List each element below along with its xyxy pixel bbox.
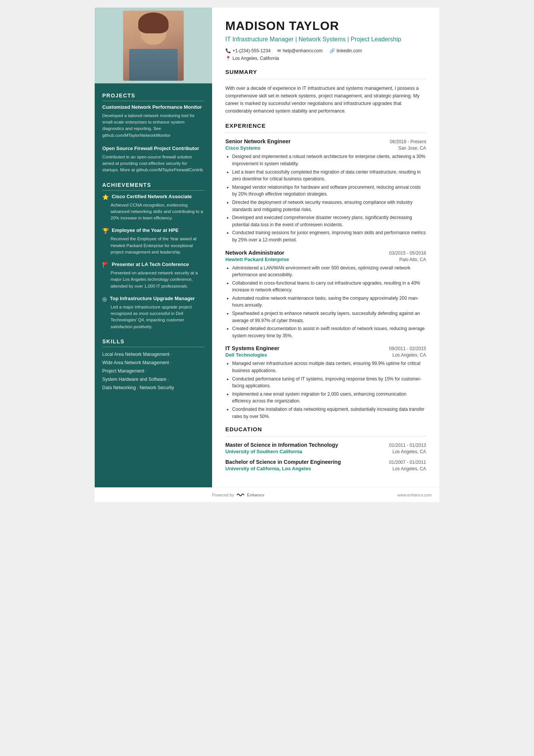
job-2-bullet-4: Spearheaded a project to enhance network… — [232, 310, 426, 324]
achievement-header-1: ⭐ Cisco Certified Network Associate — [102, 194, 205, 200]
job-1-role: Senior Network Engineer — [225, 138, 290, 144]
email-address: help@enhancv.com — [283, 48, 322, 53]
flag-icon: 🚩 — [102, 262, 109, 268]
contact-row: 📞 +1-(234)-555-1234 ✉ help@enhancv.com 🔗… — [225, 48, 426, 53]
photo-section — [95, 8, 212, 83]
edu-2-location: Los Angeles, CA — [392, 466, 426, 471]
achievement-item-3: 🚩 Presenter at LA Tech Conference Presen… — [102, 261, 205, 290]
resume-wrapper: PROJECTS Customized Network Performance … — [95, 8, 439, 502]
achievements-title: ACHIEVEMENTS — [102, 182, 205, 191]
footer-url: www.enhancv.com — [397, 493, 432, 497]
edu-1-degree: Master of Science in Information Technol… — [225, 442, 338, 448]
achievement-desc-3: Presented on advanced network security a… — [111, 270, 205, 290]
edu-2-dates: 01/2007 - 01/2011 — [389, 460, 426, 465]
phone-contact: 📞 +1-(234)-555-1234 — [225, 48, 270, 53]
skill-2: Wide Area Network Management · — [102, 358, 205, 367]
job-1-bullets: Designed and implemented a robust networ… — [225, 153, 426, 243]
powered-by-text: Powered by — [212, 493, 234, 497]
job-1-bullet-6: Conducted training sessions for junior e… — [232, 229, 426, 243]
edu-1-dates: 01/2011 - 01/2013 — [389, 443, 426, 448]
skill-4: System Hardware and Software · — [102, 375, 205, 383]
job-3-location: Los Angeles, CA — [392, 352, 426, 358]
edu-1-school-row: University of Southern California Los An… — [225, 449, 426, 454]
projects-title: PROJECTS — [102, 92, 205, 101]
education-section-title: EDUCATION — [225, 426, 426, 432]
main-content: MADISON TAYLOR IT Infrastructure Manager… — [212, 8, 439, 487]
resume-content: PROJECTS Customized Network Performance … — [95, 8, 439, 487]
location-row: 📍 Los Angeles, California — [225, 56, 426, 61]
link-icon: 🔗 — [329, 48, 335, 53]
achievements-section: ACHIEVEMENTS ⭐ Cisco Certified Network A… — [102, 182, 205, 330]
job-1-bullet-5: Developed and executed comprehensive dis… — [232, 214, 426, 228]
project-title-1: Customized Network Performance Monitor — [102, 104, 205, 111]
edu-2-school: University of California, Los Angeles — [225, 466, 311, 471]
job-2-header: Network Administrator 03/2015 - 05/2018 — [225, 250, 426, 256]
phone-icon: 📞 — [225, 48, 231, 53]
phone-number: +1-(234)-555-1234 — [233, 48, 270, 53]
achievement-title-4: Top Infrastructure Upgrade Manager — [110, 296, 195, 302]
job-2-company: Hewlett Packard Enterprise — [225, 257, 289, 262]
achievement-item-2: 🏆 Employee of the Year at HPE Received t… — [102, 227, 205, 255]
projects-section: PROJECTS Customized Network Performance … — [102, 92, 205, 174]
job-1-location: San Jose, CA — [398, 146, 426, 151]
email-icon: ✉ — [277, 48, 281, 53]
job-2-bullets: Administered a LAN/WAN environment with … — [225, 265, 426, 340]
job-1-bullet-4: Directed the deployment of network secur… — [232, 199, 426, 213]
experience-section-title: EXPERIENCE — [225, 122, 426, 129]
summary-divider — [225, 79, 426, 79]
project-desc-2: Contributed to an open-source firewall s… — [102, 154, 205, 174]
project-item-2: Open Source Firewall Project Contributor… — [102, 146, 205, 174]
achievement-title-3: Presenter at LA Tech Conference — [112, 261, 189, 268]
brand-name: Enhancv — [247, 493, 264, 497]
experience-divider — [225, 133, 426, 133]
job-3-dates: 09/2011 - 02/2015 — [389, 346, 426, 351]
candidate-name: MADISON TAYLOR — [225, 19, 426, 33]
project-item-1: Customized Network Performance Monitor D… — [102, 104, 205, 139]
skills-title: SKILLS — [102, 338, 205, 347]
skill-5: Data Networking · Network Security — [102, 383, 205, 392]
job-1-company-row: Cisco Systems San Jose, CA — [225, 145, 426, 151]
project-title-2: Open Source Firewall Project Contributor — [102, 146, 205, 152]
website-contact: 🔗 linkedin.com — [329, 48, 362, 53]
job-2-bullet-2: Collaborated in cross-functional teams t… — [232, 280, 426, 294]
website-url: linkedin.com — [337, 48, 362, 53]
edu-2-degree: Bachelor of Science in Computer Engineer… — [225, 459, 341, 465]
job-2-bullet-1: Administered a LAN/WAN environment with … — [232, 265, 426, 279]
summary-text: With over a decade of experience in IT i… — [225, 85, 426, 115]
edu-1-school: University of Southern California — [225, 449, 302, 454]
achievement-header-4: ◎ Top Infrastructure Upgrade Manager — [102, 296, 205, 302]
achievement-header-2: 🏆 Employee of the Year at HPE — [102, 227, 205, 234]
achievement-title-1: Cisco Certified Network Associate — [112, 194, 192, 200]
education-divider — [225, 436, 426, 437]
sidebar: PROJECTS Customized Network Performance … — [95, 8, 212, 487]
avatar — [123, 11, 184, 81]
job-1-company: Cisco Systems — [225, 145, 261, 151]
achievement-desc-1: Achieved CCNA recognition, evidencing ad… — [111, 202, 205, 222]
job-3-bullet-3: Implemented a new email system migration… — [232, 391, 426, 405]
edu-1-header: Master of Science in Information Technol… — [225, 442, 426, 448]
job-3-company: Dell Technologies — [225, 352, 267, 358]
job-3-bullet-4: Coordinated the installation of data net… — [232, 406, 426, 420]
achievement-item-4: ◎ Top Infrastructure Upgrade Manager Led… — [102, 296, 205, 330]
summary-section-title: SUMMARY — [225, 69, 426, 75]
skill-3: Project Management · — [102, 367, 205, 375]
job-2-company-row: Hewlett Packard Enterprise Palo Alto, CA — [225, 257, 426, 262]
achievement-header-3: 🚩 Presenter at LA Tech Conference — [102, 261, 205, 268]
job-3-role: IT Systems Engineer — [225, 345, 279, 351]
trophy-icon: 🏆 — [102, 228, 109, 234]
location-text: Los Angeles, California — [233, 56, 279, 61]
project-desc-1: Developed a tailored network monitoring … — [102, 113, 205, 139]
edu-1-location: Los Angeles, CA — [392, 449, 426, 454]
edu-2-header: Bachelor of Science in Computer Engineer… — [225, 459, 426, 465]
job-1-bullet-2: Led a team that successfully completed t… — [232, 169, 426, 183]
footer-powered: Powered by Enhancv — [212, 492, 264, 498]
job-3-bullet-2: Conducted performance tuning of IT syste… — [232, 376, 426, 390]
job-3-bullet-1: Managed server infrastructure across mul… — [232, 360, 426, 374]
job-2-bullet-3: Automated routine network maintenance ta… — [232, 295, 426, 309]
job-1-bullet-3: Managed vendor relationships for hardwar… — [232, 184, 426, 198]
job-2-role: Network Administrator — [225, 250, 284, 256]
enhancv-logo-icon — [236, 492, 245, 498]
job-1-dates: 06/2018 - Present — [390, 139, 426, 144]
edu-2-school-row: University of California, Los Angeles Lo… — [225, 466, 426, 471]
sidebar-content: PROJECTS Customized Network Performance … — [95, 83, 212, 487]
